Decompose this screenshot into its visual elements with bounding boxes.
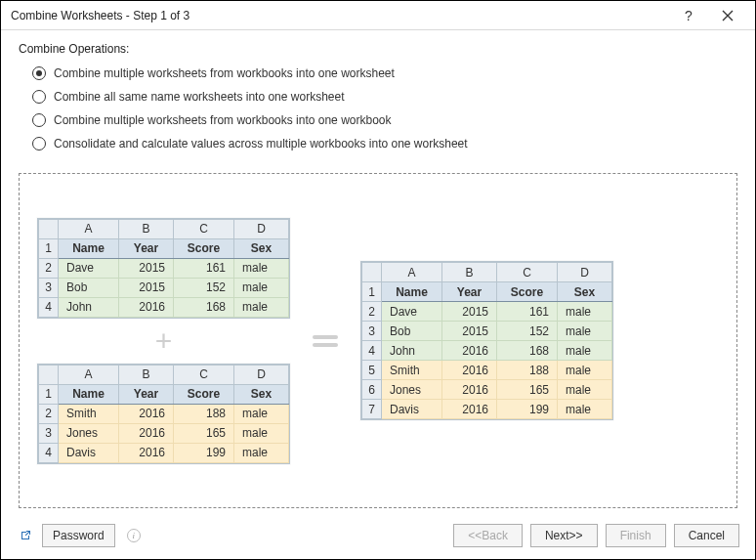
table-row: 3Jones2016165male <box>39 423 289 443</box>
radio-option-1[interactable]: Combine all same name worksheets into on… <box>32 85 737 108</box>
table-row: 5Smith2016188male <box>362 361 612 380</box>
cell: 2016 <box>442 380 497 400</box>
cell: John <box>382 341 442 361</box>
radio-indicator <box>32 113 46 127</box>
cell: male <box>558 302 612 322</box>
table-header: Score <box>497 282 558 302</box>
radio-label: Consolidate and calculate values across … <box>54 137 468 151</box>
table-header: Sex <box>234 238 289 258</box>
cell: 165 <box>174 423 234 443</box>
titlebar: Combine Worksheets - Step 1 of 3 ? <box>1 1 755 30</box>
col-header: B <box>119 365 174 384</box>
cell: 2016 <box>442 361 497 380</box>
cell: Jones <box>59 423 119 443</box>
radio-option-3[interactable]: Consolidate and calculate values across … <box>32 132 737 155</box>
col-header: B <box>442 263 497 282</box>
next-button[interactable]: Next>> <box>530 524 598 547</box>
window-title: Combine Worksheets - Step 1 of 3 <box>11 9 669 22</box>
col-header: D <box>558 263 612 282</box>
plus-icon: + <box>145 326 184 356</box>
col-header: A <box>382 263 442 282</box>
external-link-icon[interactable] <box>17 527 34 544</box>
password-button[interactable]: Password <box>42 524 115 547</box>
back-button: <<Back <box>453 524 523 547</box>
table-row: 3Bob2015152male <box>39 278 289 297</box>
col-header: C <box>174 219 234 238</box>
table-header: Name <box>382 282 442 302</box>
col-header: C <box>174 365 234 384</box>
cancel-button[interactable]: Cancel <box>674 524 739 547</box>
cell: male <box>234 258 289 278</box>
table-header: Score <box>174 384 234 404</box>
cell: 2015 <box>442 302 497 322</box>
cell: Dave <box>382 302 442 322</box>
col-header: A <box>59 365 119 384</box>
cell: 199 <box>174 443 234 462</box>
left-stack: ABCD1NameYearScoreSex2Dave2015161male3Bo… <box>37 218 290 464</box>
cell: male <box>234 443 289 462</box>
finish-button: Finish <box>606 524 666 547</box>
cell: 188 <box>497 361 558 380</box>
table-header: Name <box>59 384 119 404</box>
cell: Jones <box>382 380 442 400</box>
cell: Smith <box>382 361 442 380</box>
radio-indicator <box>32 137 46 151</box>
cell: Dave <box>59 258 119 278</box>
radio-group: Combine multiple worksheets from workboo… <box>32 62 737 155</box>
preview-panel: ABCD1NameYearScoreSex2Dave2015161male3Bo… <box>19 173 737 508</box>
cell: Davis <box>382 400 442 419</box>
cell: 2016 <box>119 297 174 317</box>
cell: 2016 <box>119 404 174 423</box>
table-header: Name <box>59 238 119 258</box>
radio-option-0[interactable]: Combine multiple worksheets from workboo… <box>32 62 737 85</box>
radio-option-2[interactable]: Combine multiple worksheets from workboo… <box>32 108 737 132</box>
table-row: 3Bob2015152male <box>362 322 612 341</box>
table-header: Sex <box>558 282 612 302</box>
cell: 152 <box>497 322 558 341</box>
cell: 2015 <box>119 258 174 278</box>
table-row: 7Davis2016199male <box>362 400 612 419</box>
result-sheet: ABCD1NameYearScoreSex2Dave2015161male3Bo… <box>360 261 613 420</box>
cell: male <box>558 361 612 380</box>
cell: 2016 <box>442 400 497 419</box>
cell: male <box>234 423 289 443</box>
cell: male <box>558 322 612 341</box>
equals-icon <box>296 335 355 347</box>
cell: male <box>558 380 612 400</box>
table-row: 6Jones2016165male <box>362 380 612 400</box>
cell: 161 <box>497 302 558 322</box>
cell: male <box>234 404 289 423</box>
cell: 152 <box>174 278 234 297</box>
table-row: 4Davis2016199male <box>39 443 289 462</box>
radio-label: Combine multiple worksheets from workboo… <box>54 113 392 127</box>
cell: male <box>558 400 612 419</box>
cell: 199 <box>497 400 558 419</box>
cell: Davis <box>59 443 119 462</box>
close-button[interactable] <box>708 2 747 29</box>
help-button[interactable]: ? <box>669 2 708 29</box>
table-header: Year <box>119 384 174 404</box>
cell: 161 <box>174 258 234 278</box>
cell: 2015 <box>119 278 174 297</box>
cell: 2016 <box>119 423 174 443</box>
col-header: D <box>234 219 289 238</box>
cell: 2016 <box>119 443 174 462</box>
radio-label: Combine all same name worksheets into on… <box>54 90 344 104</box>
info-icon[interactable]: i <box>127 529 141 542</box>
cell: male <box>558 341 612 361</box>
cell: Bob <box>59 278 119 297</box>
cell: male <box>234 297 289 317</box>
table-row: 2Dave2015161male <box>362 302 612 322</box>
cell: male <box>234 278 289 297</box>
table-header: Score <box>174 238 234 258</box>
dialog-window: Combine Worksheets - Step 1 of 3 ? Combi… <box>0 0 756 560</box>
cell: 168 <box>497 341 558 361</box>
cell: 168 <box>174 297 234 317</box>
cell: John <box>59 297 119 317</box>
cell: 188 <box>174 404 234 423</box>
table-row: 2Dave2015161male <box>39 258 289 278</box>
content-area: Combine Operations: Combine multiple wor… <box>1 30 755 516</box>
radio-indicator <box>32 90 46 104</box>
section-label: Combine Operations: <box>19 42 737 56</box>
col-header: B <box>119 219 174 238</box>
